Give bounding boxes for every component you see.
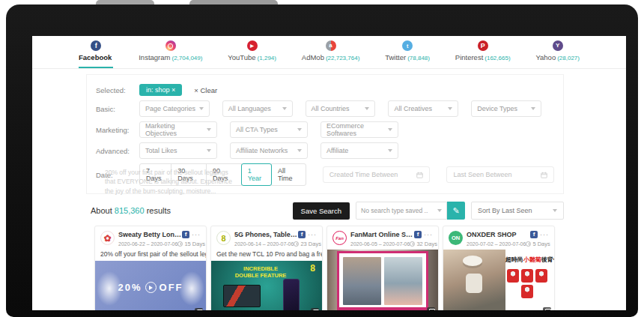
ad-date-range: 2020-07-02 – 2020-07-06 xyxy=(467,241,526,247)
tab-label: Pinterest xyxy=(455,53,484,61)
tab-label: Facebook xyxy=(79,53,112,61)
facebook-icon: f xyxy=(298,231,306,238)
admob-icon: a xyxy=(326,40,336,51)
facebook-icon: f xyxy=(414,231,422,238)
saved-search-dropdown[interactable]: No search type saved .. xyxy=(356,202,447,220)
calendar-icon xyxy=(416,172,423,178)
more-menu-icon[interactable]: ··· xyxy=(192,233,201,237)
ad-card[interactable]: ON ONXDER SHOP f··· 2020-07-02 – 2020-07… xyxy=(443,226,555,310)
date-all-time-button[interactable]: All Time xyxy=(271,163,306,186)
facebook-icon: f xyxy=(91,40,101,51)
tab-count: (78,848) xyxy=(407,55,430,61)
advertiser-logo: ✿ xyxy=(100,231,115,245)
tab-youtube[interactable]: ▶ YouTube(1,294) xyxy=(228,40,276,68)
tab-instagram[interactable]: Instagram(2,704,049) xyxy=(139,40,202,68)
keyword-chip[interactable]: in: shop × xyxy=(139,84,182,96)
youtube-icon: ▶ xyxy=(247,40,258,51)
affiliate-select[interactable]: Affiliate xyxy=(321,142,398,159)
more-menu-icon[interactable]: ··· xyxy=(540,233,549,237)
tab-admob[interactable]: a AdMob(22,723,764) xyxy=(302,40,359,68)
last-seen-between-input[interactable]: Last Seen Between xyxy=(446,166,554,183)
creatives-select[interactable]: All Creatives xyxy=(388,100,458,117)
advanced-label: Advanced: xyxy=(96,147,139,155)
ad-copy: Get the new TCL 10 Pro and bag a free TC… xyxy=(211,250,322,261)
results-bar: About 815,360 results Save Search No sea… xyxy=(91,202,564,220)
created-time-between-input[interactable]: Created Time Between xyxy=(323,166,431,183)
creative-headline: INCREDIBLE DOUBLE FEATURE xyxy=(232,265,289,279)
selected-label: Selected: xyxy=(96,86,139,94)
ad-date-range: 2020-06-14 – 2020-07-06 xyxy=(234,241,294,247)
tab-count: (22,723,764) xyxy=(326,55,359,61)
chevron-down-icon xyxy=(297,128,302,131)
creative-price: $3.5 xyxy=(342,309,354,310)
phone-image xyxy=(283,279,300,310)
page-categories-select[interactable]: Page Categories xyxy=(139,100,210,117)
page: f Facebook Instagram(2,704,049) ▶ YouTub… xyxy=(0,0,644,317)
tab-label: YouTube xyxy=(228,53,255,61)
selected-row: Selected: in: shop × × Clear xyxy=(96,84,554,96)
chevron-down-icon xyxy=(437,209,442,212)
tv-image xyxy=(223,285,261,307)
tab-count: (1,294) xyxy=(258,55,276,61)
ad-card[interactable]: ✿ Sweaty Betty London | Wom... f··· 2020… xyxy=(94,226,207,310)
tab-label: AdMob xyxy=(302,53,324,61)
tab-count: (28,027) xyxy=(557,55,580,61)
chevron-down-icon xyxy=(207,149,211,152)
total-likes-select[interactable]: Total Likes xyxy=(139,142,217,159)
date-1-year-button[interactable]: 1 Year xyxy=(241,163,272,186)
tab-pinterest[interactable]: P Pinterest(162,665) xyxy=(455,40,511,68)
yahoo-icon: Y xyxy=(553,40,563,51)
advertiser-name[interactable]: 5G Phones, Tablets & SIMs | ... xyxy=(234,231,298,238)
ad-cards-grid: ✿ Sweaty Betty London | Wom... f··· 2020… xyxy=(94,226,626,310)
marketing-objectives-select[interactable]: Marketing Objectives xyxy=(139,121,217,138)
marketing-row: Marketing: Marketing Objectives All CTA … xyxy=(96,121,554,138)
product-thumbnails xyxy=(506,269,548,298)
countries-select[interactable]: All Countries xyxy=(306,100,376,117)
advertiser-logo: Fan xyxy=(332,231,347,245)
advertiser-name[interactable]: Sweaty Betty London | Wom... xyxy=(118,231,182,238)
ad-creative-image[interactable]: 超時尚小雛菊後背包 xyxy=(443,250,554,310)
advertiser-logo: ON xyxy=(449,231,463,245)
chevron-down-icon xyxy=(199,107,204,110)
ad-creative-image[interactable]: DOWN TO $3.5 xyxy=(327,250,438,310)
media-type-badge xyxy=(543,307,551,310)
chevron-down-icon xyxy=(531,107,535,110)
twitter-icon: t xyxy=(402,40,413,51)
clock-icon xyxy=(410,241,415,247)
edit-saved-search-button[interactable]: ✎ xyxy=(447,202,465,220)
device-types-select[interactable]: Device Types xyxy=(471,100,541,117)
tablet-frame: f Facebook Instagram(2,704,049) ▶ YouTub… xyxy=(6,4,638,317)
languages-select[interactable]: All Languages xyxy=(222,100,293,117)
media-type-badge xyxy=(311,308,319,310)
tab-count: (2,704,049) xyxy=(171,55,202,61)
more-menu-icon[interactable]: ··· xyxy=(308,233,317,237)
ad-card[interactable]: 8 5G Phones, Tablets & SIMs | ... f··· 2… xyxy=(210,226,323,310)
collage-frame: DOWN TO $3.5 xyxy=(337,251,428,310)
clock-icon xyxy=(526,241,531,247)
play-icon[interactable] xyxy=(145,282,157,293)
tab-twitter[interactable]: t Twitter(78,848) xyxy=(385,40,430,68)
tab-facebook[interactable]: f Facebook xyxy=(79,40,113,68)
ad-creative-image[interactable]: 20% OFF xyxy=(95,261,206,310)
advertiser-name[interactable]: FanMart Online Shopping - F... xyxy=(350,231,414,238)
more-menu-icon[interactable]: ··· xyxy=(424,233,433,237)
pinterest-icon: P xyxy=(478,40,488,51)
tab-yahoo[interactable]: Y Yahoo(28,027) xyxy=(535,40,580,68)
save-search-button[interactable]: Save Search xyxy=(293,202,350,220)
affiliate-networks-select[interactable]: Affiliate Networks xyxy=(230,142,308,159)
marketing-label: Marketing: xyxy=(96,126,139,134)
advertiser-name[interactable]: ONXDER SHOP xyxy=(467,231,517,238)
clear-filters-link[interactable]: × Clear xyxy=(194,86,217,94)
creative-headline: 20% OFF xyxy=(95,282,206,293)
ad-creative-image[interactable]: INCREDIBLE DOUBLE FEATURE 8 xyxy=(211,261,322,310)
model-photo xyxy=(443,250,505,310)
ecommerce-softwares-select[interactable]: ECommerce Softwares xyxy=(321,121,398,138)
tab-count: (162,665) xyxy=(484,55,510,61)
sort-dropdown[interactable]: Sort By Last Seen xyxy=(471,202,564,220)
facebook-icon: f xyxy=(182,231,189,238)
results-count: 815,360 xyxy=(115,206,145,215)
ad-card[interactable]: Fan FanMart Online Shopping - F... f··· … xyxy=(326,226,439,310)
chevron-down-icon xyxy=(448,107,452,110)
ad-text-tooltip: 20% off your first pair of the sellout l… xyxy=(105,168,232,196)
cta-types-select[interactable]: All CTA Types xyxy=(230,121,308,138)
